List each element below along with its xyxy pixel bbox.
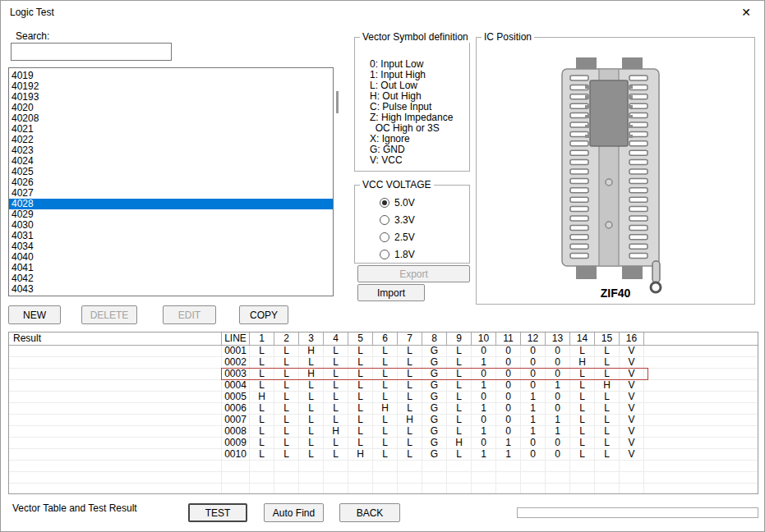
table-row[interactable]: 0007LLLLLLHGL0011LLV xyxy=(9,415,758,426)
table-header-row: Result LINE 12345678910111213141516 xyxy=(9,332,758,346)
pin-cell: V xyxy=(620,415,644,425)
ic-list-item[interactable]: 40208 xyxy=(9,113,333,124)
search-input[interactable] xyxy=(11,43,172,61)
result-column-header: Result xyxy=(9,332,222,345)
vcc-option-label: 5.0V xyxy=(394,197,415,209)
pin-cell: L xyxy=(570,438,595,448)
pin-column-header: 7 xyxy=(398,332,422,345)
pin-cell: L xyxy=(595,449,620,460)
pin-cell xyxy=(299,461,324,471)
radio-icon[interactable] xyxy=(380,198,389,208)
ic-list-item[interactable]: 4030 xyxy=(9,220,333,231)
new-button[interactable]: NEW xyxy=(8,305,61,324)
pin-cell xyxy=(546,472,570,483)
vcc-option-5.0V[interactable]: 5.0V xyxy=(380,197,415,209)
table-row[interactable]: 0004LLLLLLLGL1001LHV xyxy=(9,380,758,392)
table-row[interactable]: 0003LLHLLLLGL0000LLV xyxy=(9,369,758,380)
copy-button[interactable]: COPY xyxy=(239,305,288,324)
vcc-option-1.8V[interactable]: 1.8V xyxy=(380,249,415,260)
pin-cell: 0 xyxy=(521,369,546,379)
pin-cell xyxy=(250,472,274,483)
ic-list-item[interactable]: 4019 xyxy=(9,71,333,81)
ic-position-group: IC Position ZIF40 xyxy=(476,37,755,305)
vcc-option-2.5V[interactable]: 2.5V xyxy=(380,232,415,243)
ic-list-item[interactable]: 4031 xyxy=(9,231,333,241)
pin-cell: L xyxy=(250,426,274,437)
radio-icon[interactable] xyxy=(380,250,389,259)
ic-list-item[interactable]: 4021 xyxy=(9,124,333,135)
pin-cell: L xyxy=(324,449,348,460)
pin-cell: L xyxy=(447,415,472,425)
ic-list-item[interactable]: 4042 xyxy=(9,273,333,284)
ic-list-item[interactable]: 4029 xyxy=(9,209,333,220)
logic-test-dialog: Logic Test ✕ Search: 4019401924019340204… xyxy=(0,0,765,532)
table-row[interactable]: 0010LLLLHLLGL1100LLV xyxy=(9,449,758,461)
ic-list-item[interactable]: 4040 xyxy=(9,252,333,263)
ic-list-item[interactable]: 4044 xyxy=(9,295,333,296)
table-row[interactable]: 0006LLLLLHLGL1010LLV xyxy=(9,403,758,415)
pin-cell: G xyxy=(422,449,447,460)
table-row[interactable] xyxy=(9,472,758,484)
ic-list-item[interactable]: 4034 xyxy=(9,241,333,252)
row-spacer xyxy=(644,426,758,437)
ic-list-item[interactable]: 4027 xyxy=(9,188,333,199)
table-row[interactable]: 0009LLLLLLLGH0100LLV xyxy=(9,438,758,449)
ic-list-item[interactable]: 4043 xyxy=(9,284,333,295)
pin-cell: 1 xyxy=(546,380,570,391)
ic-list-item[interactable]: 4023 xyxy=(9,145,333,156)
table-row[interactable]: 0002LLLLLLLGL1000HLV xyxy=(9,357,758,369)
pin-cell: G xyxy=(422,415,447,425)
table-row[interactable]: 0005HLLLLLLGL0010LLV xyxy=(9,392,758,403)
pin-column-header: 11 xyxy=(496,332,521,345)
pin-cell xyxy=(546,484,570,494)
pin-column-header: 1 xyxy=(250,332,274,345)
test-button[interactable]: TEST xyxy=(188,503,247,522)
pin-cell: L xyxy=(398,426,422,437)
table-row[interactable] xyxy=(9,461,758,472)
pin-cell xyxy=(373,472,398,483)
ic-list-item[interactable]: 4041 xyxy=(9,263,333,273)
pin-cell xyxy=(274,461,299,471)
ic-list-item[interactable]: 4026 xyxy=(9,177,333,188)
pin-cell: L xyxy=(595,346,620,356)
pin-cell xyxy=(472,461,496,471)
table-row[interactable]: 0008LLLHLLLGL1011LLV xyxy=(9,426,758,438)
pin-cell xyxy=(496,484,521,494)
result-table: Result LINE 12345678910111213141516 0001… xyxy=(8,332,758,494)
row-spacer xyxy=(644,357,758,368)
ic-list-item[interactable]: 40192 xyxy=(9,81,333,92)
import-button[interactable]: Import xyxy=(357,284,425,301)
ic-list-item[interactable]: 4024 xyxy=(9,156,333,167)
table-row[interactable]: 0001LLHLLLLGL0000LLV xyxy=(9,346,758,357)
vcc-option-3.3V[interactable]: 3.3V xyxy=(380,214,415,226)
pin-cell: V xyxy=(620,426,644,437)
pin-cell: L xyxy=(250,449,274,460)
pin-cell: L xyxy=(324,415,348,425)
radio-icon[interactable] xyxy=(380,215,389,225)
pin-cell xyxy=(447,472,472,483)
ic-list-item[interactable]: 4025 xyxy=(9,167,333,177)
pin-cell: 0 xyxy=(496,380,521,391)
back-button[interactable]: BACK xyxy=(339,503,400,522)
ic-list-item[interactable]: 40193 xyxy=(9,92,333,103)
listbox-scrollbar-thumb[interactable] xyxy=(336,91,339,113)
pin-cell: 0 xyxy=(472,369,496,379)
close-icon[interactable]: ✕ xyxy=(736,4,756,21)
status-text: Vector Table and Test Result xyxy=(12,502,137,514)
pin-cell: L xyxy=(373,357,398,368)
pin-cell xyxy=(595,484,620,494)
radio-icon[interactable] xyxy=(380,232,389,242)
pin-cell: L xyxy=(348,380,373,391)
result-cell xyxy=(9,369,222,379)
ic-list-item[interactable]: 4028 xyxy=(9,199,333,209)
result-cell xyxy=(9,438,222,448)
auto-find-button[interactable]: Auto Find xyxy=(264,503,324,522)
ic-listbox[interactable]: 4019401924019340204020840214022402340244… xyxy=(8,67,334,296)
result-cell xyxy=(9,415,222,425)
table-row[interactable] xyxy=(9,484,758,494)
pin-cell: L xyxy=(250,438,274,448)
ic-list-item[interactable]: 4020 xyxy=(9,103,333,113)
pin-cell: H xyxy=(373,403,398,414)
vcc-option-label: 2.5V xyxy=(394,232,415,243)
ic-list-item[interactable]: 4022 xyxy=(9,135,333,145)
